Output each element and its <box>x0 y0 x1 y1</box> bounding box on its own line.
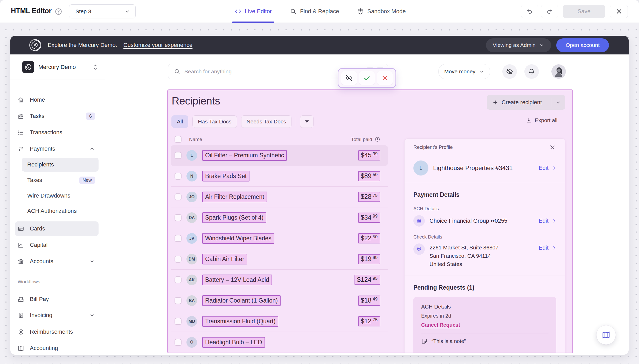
reimbursements-icon <box>18 329 24 335</box>
info-icon[interactable] <box>375 137 380 142</box>
recipient-name-editable[interactable]: Cabin Air Filter <box>202 254 247 264</box>
move-money-button[interactable]: Move money <box>438 64 490 79</box>
total-paid-editable[interactable]: $34.99 <box>358 213 380 223</box>
table-row[interactable]: L Oil Filter – Premium Synthetic $45.99 <box>171 145 388 166</box>
row-checkbox[interactable] <box>175 193 182 200</box>
tab-sandbox-mode[interactable]: Sandbox Mode <box>357 0 406 23</box>
sidebar-item-bill-pay[interactable]: Bill Pay <box>15 292 99 306</box>
row-checkbox[interactable] <box>175 276 182 283</box>
recipient-name-editable[interactable]: Radiator Coolant (1 Gallon) <box>202 295 281 306</box>
sidebar-item-wire-drawdowns[interactable]: Wire Drawdowns <box>22 189 99 203</box>
table-row[interactable]: DM Cabin Air Filter $19.99 <box>171 249 388 270</box>
total-paid-editable[interactable]: $22.50 <box>358 233 380 243</box>
recipient-name-editable[interactable]: Oil Filter – Premium Synthetic <box>202 150 287 161</box>
table-row[interactable]: O Headlight Bulb – LED <box>171 332 388 353</box>
sidebar-item-ach-authorizations[interactable]: ACH Authorizations <box>22 204 99 218</box>
recipient-name-editable[interactable]: Air Filter Replacement <box>202 192 267 202</box>
table-row[interactable]: MD Transmission Fluid (Quart) $12.75 <box>171 311 388 332</box>
total-paid-editable[interactable]: $28.75 <box>358 192 380 202</box>
recipient-name-editable[interactable]: Brake Pads Set <box>202 171 249 181</box>
privacy-toggle-button[interactable] <box>502 64 517 79</box>
table-row[interactable]: N Brake Pads Set $89.50 <box>171 166 388 187</box>
table-row[interactable]: DA Spark Plugs (Set of 4) $34.99 <box>171 207 388 228</box>
total-paid-editable[interactable]: $89.50 <box>358 171 380 181</box>
close-editor-button[interactable] <box>610 5 628 18</box>
redo-button[interactable] <box>541 5 558 18</box>
sidebar-item-accounts[interactable]: Accounts <box>15 254 99 269</box>
row-checkbox[interactable] <box>175 256 182 263</box>
viewing-as-label: Viewing as Admin <box>493 42 536 48</box>
row-checkbox[interactable] <box>175 173 182 180</box>
tab-live-editor[interactable]: Live Editor <box>235 0 272 23</box>
sidebar-item-recipients[interactable]: Recipients <box>22 158 99 172</box>
filter-all[interactable]: All <box>171 115 188 128</box>
sidebar-item-payments[interactable]: Payments <box>15 142 99 156</box>
recipient-name-editable[interactable]: Headlight Bulb – LED <box>202 337 265 348</box>
sidebar-item-capital[interactable]: Capital <box>15 238 99 252</box>
table-row[interactable]: AK Battery – 12V Lead Acid $124.95 <box>171 270 388 290</box>
row-checkbox[interactable] <box>175 152 182 159</box>
user-avatar[interactable] <box>551 64 566 79</box>
viewing-as-dropdown[interactable]: Viewing as Admin <box>486 38 551 52</box>
search-input[interactable] <box>184 68 364 75</box>
create-recipient-menu-button[interactable] <box>551 100 565 105</box>
filter-needs-tax-docs[interactable]: Needs Tax Docs <box>241 115 292 128</box>
recipients-table: L Oil Filter – Premium Synthetic $45.99 … <box>171 145 388 353</box>
recipient-name-editable[interactable]: Spark Plugs (Set of 4) <box>202 212 266 223</box>
table-row[interactable]: BA Radiator Coolant (1 Gallon) $18.49 <box>171 290 388 311</box>
row-checkbox[interactable] <box>175 318 182 325</box>
edit-ach-button[interactable]: Edit <box>539 218 556 224</box>
total-paid-editable[interactable]: $18.49 <box>358 296 380 306</box>
row-checkbox[interactable] <box>175 297 182 304</box>
total-paid-editable[interactable]: $12.75 <box>358 316 380 326</box>
hide-element-button[interactable] <box>341 71 357 85</box>
table-row[interactable]: JV Windshield Wiper Blades $22.50 <box>171 228 388 249</box>
cancel-edit-button[interactable] <box>377 71 393 85</box>
close-profile-button[interactable] <box>548 143 556 151</box>
save-button[interactable]: Save <box>563 5 605 18</box>
edit-mode-toolbar <box>338 68 396 88</box>
demo-banner: Explore the Mercury Demo. Customize your… <box>10 36 629 54</box>
undo-button[interactable] <box>521 5 538 18</box>
export-all-button[interactable]: Export all <box>526 117 558 123</box>
tab-find-replace[interactable]: Find & Replace <box>290 0 339 23</box>
filter-has-tax-docs[interactable]: Has Tax Docs <box>192 115 237 128</box>
customize-experience-link[interactable]: Customize your experience <box>123 42 193 48</box>
total-paid-editable[interactable]: $19.99 <box>358 254 380 264</box>
recipient-name-editable[interactable]: Transmission Fluid (Quart) <box>202 316 278 327</box>
confirm-edit-button[interactable] <box>359 71 375 85</box>
org-switcher[interactable]: Mercury Demo <box>10 54 105 80</box>
sidebar-item-cards[interactable]: Cards <box>15 221 99 236</box>
search-icon <box>174 68 180 75</box>
row-checkbox[interactable] <box>175 339 182 346</box>
open-account-button[interactable]: Open account <box>556 38 609 52</box>
row-checkbox[interactable] <box>175 235 182 242</box>
sidebar-item-invoicing[interactable]: Invoicing <box>15 308 99 323</box>
sidebar-item-reimbursements[interactable]: Reimbursements <box>15 325 99 339</box>
recipient-name-editable[interactable]: Windshield Wiper Blades <box>202 233 274 244</box>
total-paid-editable[interactable]: $45.99 <box>358 150 380 160</box>
sidebar-item-accounting[interactable]: Accounting <box>15 341 99 355</box>
sidebar-item-home[interactable]: Home <box>15 93 99 107</box>
help-icon[interactable] <box>55 8 62 15</box>
recipient-name-editable[interactable]: Battery – 12V Lead Acid <box>202 275 272 285</box>
step-selector[interactable]: Step 3 <box>69 4 136 18</box>
table-row[interactable]: JO Air Filter Replacement $28.75 <box>171 187 388 207</box>
sidebar-item-taxes[interactable]: Taxes New <box>22 173 99 187</box>
cancel-request-link[interactable]: Cancel Request <box>421 322 460 328</box>
map-button[interactable] <box>596 325 616 345</box>
sidebar-item-transactions[interactable]: Transactions <box>15 125 99 140</box>
row-avatar: O <box>186 337 197 348</box>
notifications-button[interactable] <box>524 64 539 79</box>
filter-options-button[interactable] <box>300 115 314 128</box>
avatar-image <box>551 64 566 79</box>
edit-recipient-button[interactable]: Edit <box>539 165 556 171</box>
create-recipient-button[interactable]: Create recipient <box>487 95 565 110</box>
total-paid-editable[interactable]: $124.95 <box>355 275 380 285</box>
sidebar-item-tasks[interactable]: Tasks 6 <box>15 109 99 123</box>
edit-check-button[interactable]: Edit <box>539 244 556 251</box>
row-checkbox[interactable] <box>175 214 182 221</box>
select-all-checkbox[interactable] <box>175 136 182 143</box>
undo-icon <box>526 8 533 15</box>
mercury-logo-icon <box>29 38 42 52</box>
